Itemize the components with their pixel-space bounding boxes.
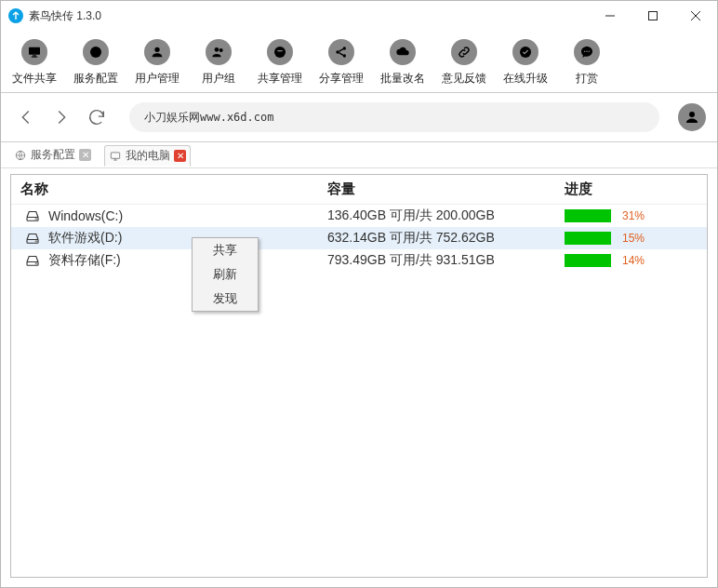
tab-label: 服务配置 <box>31 147 75 163</box>
toolbar-user-groups[interactable]: 用户组 <box>189 35 248 90</box>
toolbar-label: 共享管理 <box>258 71 302 87</box>
titlebar: 素鸟快传 1.3.0 <box>1 1 717 31</box>
progress-bar <box>565 232 611 245</box>
link-icon <box>451 39 477 65</box>
context-menu: 共享刷新发现 <box>192 237 259 312</box>
toolbar-label: 文件共享 <box>12 71 57 87</box>
toolbar-user-mgmt[interactable]: 用户管理 <box>127 35 187 90</box>
toolbar-label: 在线升级 <box>503 71 548 87</box>
monitor-icon <box>109 150 122 163</box>
check-icon <box>512 39 538 65</box>
tabs-row: 服务配置✕我的电脑✕ <box>1 142 717 168</box>
globe-icon <box>14 149 27 162</box>
toolbar-service-cfg[interactable]: 服务配置 <box>66 35 126 90</box>
users-icon <box>206 39 232 65</box>
chat-icon <box>574 39 600 65</box>
tab-label: 我的电脑 <box>126 148 170 164</box>
tab-close-icon[interactable]: ✕ <box>79 149 91 161</box>
window-title: 素鸟快传 1.3.0 <box>29 8 101 24</box>
toolbar-update[interactable]: 在线升级 <box>496 35 555 90</box>
tab-my-computer[interactable]: 我的电脑✕ <box>104 145 191 167</box>
nav-bar: 小刀娱乐网www.x6d.com <box>1 93 717 141</box>
minimize-button[interactable] <box>589 1 632 31</box>
monitor-icon <box>21 39 47 65</box>
toolbar-label: 批量改名 <box>380 71 425 87</box>
progress-percent: 15% <box>622 232 645 245</box>
drive-capacity: 793.49GB 可用/共 931.51GB <box>327 252 565 269</box>
maximize-button[interactable] <box>632 1 674 31</box>
nav-back-button[interactable] <box>12 103 40 131</box>
drive-icon <box>24 230 41 247</box>
progress-bar <box>565 209 611 222</box>
globe-icon <box>83 39 109 65</box>
toolbar-feedback[interactable]: 意见反馈 <box>434 35 494 90</box>
app-icon <box>8 8 23 23</box>
main-toolbar: 文件共享服务配置用户管理用户组共享管理分享管理批量改名意见反馈在线升级打赏 <box>1 31 717 92</box>
toolbar-label: 意见反馈 <box>442 71 486 87</box>
drive-name: 资料存储(F:) <box>48 252 121 269</box>
col-header-progress[interactable]: 进度 <box>565 180 698 198</box>
progress-percent: 14% <box>622 254 645 267</box>
progress-percent: 31% <box>622 209 645 222</box>
drive-row[interactable]: Windows(C:)136.40GB 可用/共 200.00GB31% <box>11 205 707 227</box>
ctx-share[interactable]: 共享 <box>193 238 258 262</box>
close-button[interactable] <box>674 1 717 31</box>
drive-capacity: 632.14GB 可用/共 752.62GB <box>327 230 565 247</box>
address-bar[interactable]: 小刀娱乐网www.x6d.com <box>129 102 659 132</box>
drive-name: Windows(C:) <box>48 208 123 223</box>
svg-rect-20 <box>649 12 658 20</box>
ctx-discover[interactable]: 发现 <box>193 287 258 311</box>
progress-bar <box>565 254 611 267</box>
folder-icon <box>267 39 293 65</box>
cloud-icon <box>390 39 416 65</box>
nav-refresh-button[interactable] <box>83 103 111 131</box>
user-avatar-button[interactable] <box>678 103 706 131</box>
drive-name: 软件游戏(D:) <box>48 230 122 247</box>
toolbar-batch-rename[interactable]: 批量改名 <box>373 35 432 90</box>
toolbar-label: 服务配置 <box>73 71 118 87</box>
drive-list-panel: 名称 容量 进度 Windows(C:)136.40GB 可用/共 200.00… <box>10 174 708 578</box>
nav-forward-button[interactable] <box>47 103 75 131</box>
toolbar-label: 分享管理 <box>319 71 364 87</box>
toolbar-label: 用户组 <box>202 71 235 87</box>
user-icon <box>144 39 170 65</box>
tab-close-icon[interactable]: ✕ <box>174 150 186 162</box>
col-header-name[interactable]: 名称 <box>20 180 327 198</box>
drive-row[interactable]: 资料存储(F:)793.49GB 可用/共 931.51GB14% <box>11 249 707 272</box>
drive-capacity: 136.40GB 可用/共 200.00GB <box>327 207 565 224</box>
toolbar-share-mgmt[interactable]: 共享管理 <box>250 35 310 90</box>
toolbar-share-admin[interactable]: 分享管理 <box>312 35 371 90</box>
address-text: 小刀娱乐网www.x6d.com <box>144 110 273 126</box>
share-icon <box>328 39 354 65</box>
drive-icon <box>24 252 41 269</box>
list-header: 名称 容量 进度 <box>11 175 707 205</box>
drive-row[interactable]: 软件游戏(D:)632.14GB 可用/共 752.62GB15% <box>11 227 707 249</box>
ctx-refresh[interactable]: 刷新 <box>193 262 258 287</box>
toolbar-label: 用户管理 <box>135 71 180 87</box>
toolbar-label: 打赏 <box>576 71 598 87</box>
toolbar-file-share[interactable]: 文件共享 <box>5 35 64 90</box>
tab-service-cfg[interactable]: 服务配置✕ <box>10 145 95 165</box>
col-header-capacity[interactable]: 容量 <box>327 180 565 198</box>
drive-icon <box>24 207 41 224</box>
toolbar-donate[interactable]: 打赏 <box>557 35 617 90</box>
